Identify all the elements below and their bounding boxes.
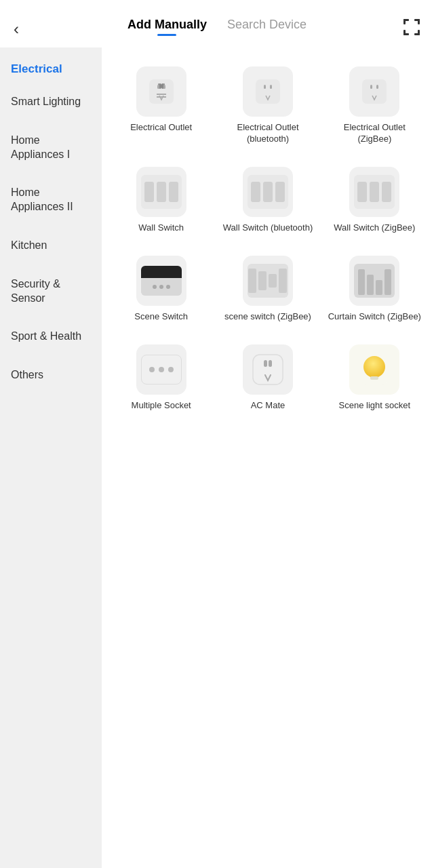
sidebar-item-sport-health[interactable]: Sport & Health bbox=[0, 317, 102, 356]
scene-switch-top bbox=[141, 266, 182, 278]
sidebar: Electrical Smart Lighting Home Appliance… bbox=[0, 47, 102, 868]
wall-switch-icon bbox=[136, 167, 186, 217]
device-wall-switch[interactable]: Wall Switch bbox=[111, 160, 211, 242]
scene-dot-1 bbox=[153, 285, 157, 289]
header-tabs: Add Manually Search Device bbox=[127, 18, 307, 41]
device-electrical-outlet-bt[interactable]: Electrical Outlet (bluetooth) bbox=[218, 60, 317, 153]
svg-rect-18 bbox=[264, 85, 266, 89]
device-name-scene-switch-zb: scene switch (ZigBee) bbox=[224, 311, 311, 323]
device-electrical-outlet[interactable]: Electrical Outlet bbox=[111, 60, 211, 153]
svg-rect-15 bbox=[157, 85, 159, 89]
sz-bar-2 bbox=[258, 271, 267, 290]
switch-btn-3 bbox=[169, 182, 178, 202]
scan-button[interactable] bbox=[396, 18, 420, 40]
curtain-bar-1 bbox=[358, 269, 365, 295]
socket-hole-1 bbox=[149, 367, 155, 372]
outlet-zb-svg bbox=[359, 77, 389, 106]
main-layout: Electrical Smart Lighting Home Appliance… bbox=[0, 47, 434, 868]
sidebar-item-security-sensor[interactable]: Security & Sensor bbox=[0, 265, 102, 318]
wall-switch-bt-graphic bbox=[248, 175, 288, 209]
svg-point-27 bbox=[363, 356, 385, 378]
svg-rect-3 bbox=[418, 19, 420, 24]
device-scene-light-socket[interactable]: Scene light socket bbox=[325, 338, 425, 420]
socket-hole-2 bbox=[159, 367, 164, 372]
device-electrical-outlet-zb[interactable]: Electrical Outlet (ZigBee) bbox=[325, 60, 425, 153]
outlet-svg bbox=[146, 77, 176, 106]
sidebar-item-home-appliances-ii[interactable]: Home Appliances II bbox=[0, 174, 102, 226]
sz-bar-1 bbox=[248, 269, 256, 293]
device-name-scene-switch: Scene Switch bbox=[134, 311, 188, 323]
device-scene-switch[interactable]: Scene Switch bbox=[111, 249, 211, 331]
switch-btn-bt-3 bbox=[275, 182, 285, 202]
svg-rect-7 bbox=[418, 30, 420, 35]
svg-rect-21 bbox=[370, 85, 372, 89]
tab-add-manually[interactable]: Add Manually bbox=[127, 18, 207, 35]
device-name-scene-light-socket: Scene light socket bbox=[339, 400, 411, 412]
switch-btn-bt-1 bbox=[251, 182, 260, 202]
sidebar-active-category: Electrical bbox=[0, 53, 102, 83]
device-name-ac-mate: AC Mate bbox=[251, 400, 285, 412]
curtain-bar-3 bbox=[376, 280, 382, 295]
electrical-outlet-icon bbox=[136, 66, 186, 117]
curtain-graphic bbox=[354, 264, 395, 298]
device-wall-switch-bt[interactable]: Wall Switch (bluetooth) bbox=[218, 160, 317, 242]
electrical-outlet-zb-icon bbox=[349, 66, 399, 117]
svg-rect-28 bbox=[370, 376, 378, 380]
wall-switch-zb-graphic bbox=[354, 175, 395, 209]
scene-switch-zb-icon bbox=[243, 256, 293, 306]
light-socket-svg bbox=[357, 352, 392, 387]
svg-rect-19 bbox=[270, 85, 272, 89]
wall-switch-graphic bbox=[141, 175, 182, 209]
curtain-bar-2 bbox=[367, 275, 374, 295]
device-name-wall-switch: Wall Switch bbox=[138, 222, 184, 234]
curtain-switch-zb-icon bbox=[349, 256, 399, 306]
outlet-bt-svg bbox=[253, 77, 283, 106]
sidebar-item-others[interactable]: Others bbox=[0, 356, 102, 395]
content-area: Electrical Outlet Electrical Outlet (blu… bbox=[102, 47, 434, 868]
scan-icon bbox=[403, 18, 420, 36]
ac-mate-svg bbox=[250, 352, 285, 387]
socket-hole-3 bbox=[168, 367, 174, 372]
device-name-curtain-switch-zb: Curtain Switch (ZigBee) bbox=[328, 311, 421, 323]
scene-zigbee-graphic bbox=[248, 264, 288, 298]
device-name-electrical-outlet: Electrical Outlet bbox=[130, 122, 192, 134]
scene-light-socket-icon bbox=[349, 344, 399, 395]
svg-rect-5 bbox=[403, 30, 406, 35]
switch-btn-zb-2 bbox=[370, 182, 379, 202]
switch-btn-zb-1 bbox=[357, 182, 367, 202]
back-button[interactable]: ‹ bbox=[14, 20, 38, 39]
curtain-bar-4 bbox=[384, 269, 391, 295]
wall-switch-zb-icon bbox=[349, 167, 399, 217]
device-ac-mate[interactable]: AC Mate bbox=[218, 338, 317, 420]
device-multiple-socket[interactable]: Multiple Socket bbox=[111, 338, 211, 420]
device-scene-switch-zb[interactable]: scene switch (ZigBee) bbox=[218, 249, 317, 331]
tab-search-device[interactable]: Search Device bbox=[227, 18, 307, 35]
switch-btn-1 bbox=[144, 182, 154, 202]
device-name-multiple-socket: Multiple Socket bbox=[132, 400, 191, 412]
sidebar-item-kitchen[interactable]: Kitchen bbox=[0, 226, 102, 265]
switch-btn-bt-2 bbox=[263, 182, 273, 202]
device-name-electrical-outlet-zb: Electrical Outlet (ZigBee) bbox=[328, 122, 422, 145]
device-wall-switch-zb[interactable]: Wall Switch (ZigBee) bbox=[325, 160, 425, 242]
device-name-electrical-outlet-bt: Electrical Outlet (bluetooth) bbox=[220, 122, 315, 145]
sz-bar-3 bbox=[269, 274, 277, 288]
device-grid: Electrical Outlet Electrical Outlet (blu… bbox=[108, 54, 427, 425]
device-name-wall-switch-zb: Wall Switch (ZigBee) bbox=[334, 222, 415, 234]
switch-btn-zb-3 bbox=[382, 182, 391, 202]
multiple-socket-icon bbox=[136, 344, 186, 395]
svg-rect-25 bbox=[269, 360, 272, 367]
scene-switch-graphic bbox=[141, 266, 182, 296]
svg-rect-1 bbox=[403, 19, 406, 24]
ac-mate-icon bbox=[243, 344, 293, 395]
scene-dot-3 bbox=[166, 285, 170, 289]
device-name-wall-switch-bt: Wall Switch (bluetooth) bbox=[223, 222, 313, 234]
sidebar-item-smart-lighting[interactable]: Smart Lighting bbox=[0, 83, 102, 121]
header: ‹ Add Manually Search Device bbox=[0, 0, 434, 47]
sidebar-item-home-appliances-i[interactable]: Home Appliances I bbox=[0, 121, 102, 174]
sz-bar-4 bbox=[279, 269, 287, 293]
scene-switch-icon bbox=[136, 256, 186, 306]
multi-socket-graphic bbox=[141, 355, 182, 384]
svg-rect-22 bbox=[376, 85, 378, 89]
svg-rect-24 bbox=[264, 360, 267, 367]
device-curtain-switch-zb[interactable]: Curtain Switch (ZigBee) bbox=[325, 249, 425, 331]
